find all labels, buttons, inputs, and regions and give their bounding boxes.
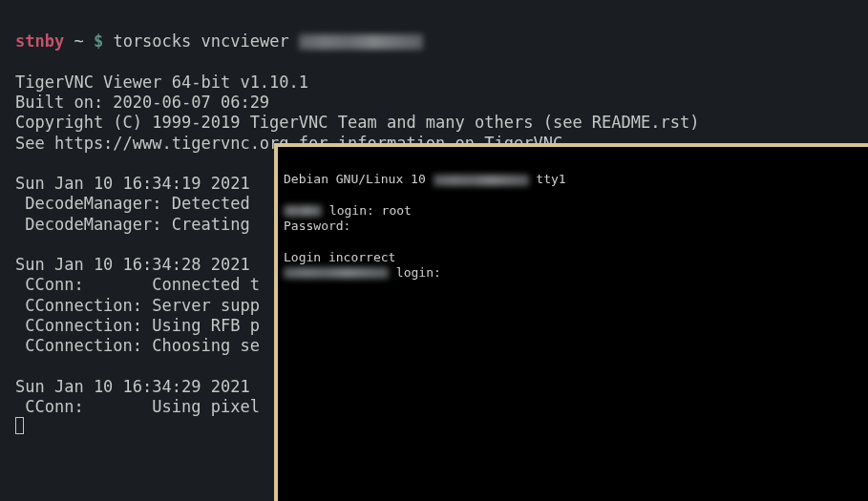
redacted-ip-icon <box>299 34 423 50</box>
vnc-error-line: Login incorrect <box>284 250 395 264</box>
redacted-hostname-icon <box>434 175 529 186</box>
output-line: CConnection: Server supp <box>15 296 260 315</box>
output-line: Sun Jan 10 16:34:19 2021 <box>15 174 250 193</box>
output-line: CConn: Connected t <box>15 275 260 294</box>
output-line: CConn: Using pixel <box>15 397 260 416</box>
output-line: Copyright (C) 1999-2019 TigerVNC Team an… <box>15 113 699 132</box>
prompt-line: stnby ~ $ torsocks vncviewer <box>15 31 423 51</box>
vnc-login-line: login: root <box>284 203 412 218</box>
vnc-text: login: root <box>322 203 412 218</box>
prompt-separator: ~ <box>64 31 94 51</box>
command-text: torsocks vncviewer <box>113 31 298 51</box>
cursor-icon <box>15 417 24 434</box>
output-line: Built on: 2020-06-07 06:29 <box>15 93 269 112</box>
output-line: DecodeManager: Detected <box>15 194 260 213</box>
vnc-text: tty1 <box>529 172 566 186</box>
prompt-symbol: $ <box>94 31 103 51</box>
output-line: DecodeManager: Creating <box>15 215 260 234</box>
output-line: Sun Jan 10 16:34:28 2021 <box>15 255 250 274</box>
vnc-login-line: login: <box>284 265 441 280</box>
vnc-password-line: Password: <box>284 219 350 233</box>
vnc-line: Debian GNU/Linux 10 tty1 <box>284 172 566 186</box>
prompt-user: stnby <box>15 31 64 51</box>
redacted-host-icon <box>284 267 389 279</box>
vnc-text: Debian GNU/Linux 10 <box>284 172 434 186</box>
output-line: TigerVNC Viewer 64-bit v1.10.1 <box>15 73 308 92</box>
output-line: Sun Jan 10 16:34:29 2021 <box>15 377 250 396</box>
output-line: CConnection: Choosing se <box>15 336 260 355</box>
redacted-host-icon <box>284 205 322 217</box>
output-line: CConnection: Using RFB p <box>15 316 260 335</box>
vnc-viewer-window[interactable]: Debian GNU/Linux 10 tty1 login: root Pas… <box>274 143 868 501</box>
vnc-text: login: <box>389 265 441 280</box>
